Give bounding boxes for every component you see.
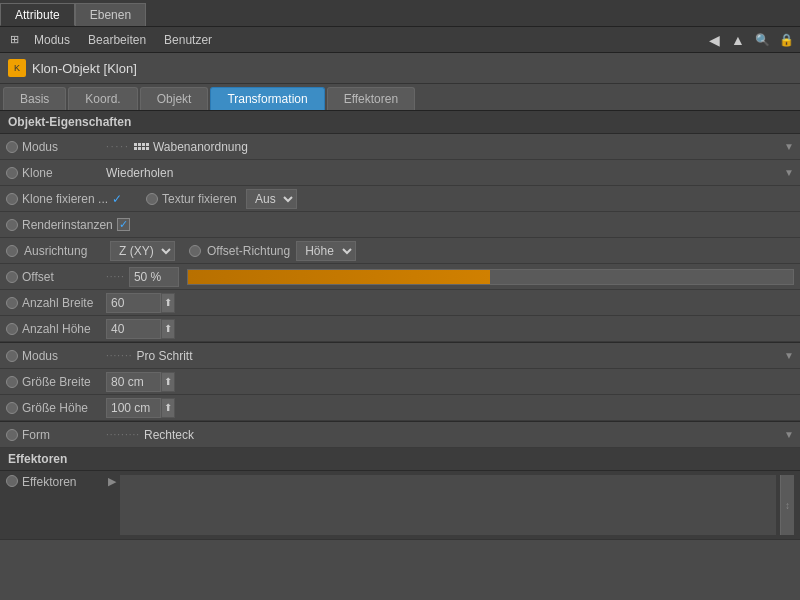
klone-row: Klone Wiederholen ▼ (0, 160, 800, 186)
tab-ebenen[interactable]: Ebenen (75, 3, 146, 26)
groesse-hoehe-spin-btn[interactable]: ⬆ (161, 398, 175, 418)
anzahl-breite-input[interactable] (106, 293, 161, 313)
klone-fixieren-row: Klone fixieren ... ✓ Textur fixieren Aus (0, 186, 800, 212)
form-value: Rechteck (144, 428, 194, 442)
effektoren-header: Effektoren (0, 448, 800, 471)
modus2-dots: ······· (106, 350, 132, 361)
effektoren-drop-area (120, 475, 776, 535)
effektoren-arrow[interactable]: ▶ (108, 475, 116, 488)
property-tabs: Basis Koord. Objekt Transformation Effek… (0, 84, 800, 111)
modus-dropdown-arrow[interactable]: ▼ (784, 141, 794, 152)
offset-label: Offset (22, 270, 102, 284)
offset-richtung-label: Offset-Richtung (207, 244, 290, 258)
anzahl-hoehe-input[interactable] (106, 319, 161, 339)
modus2-value: Pro Schritt (136, 349, 192, 363)
anzahl-hoehe-spin-btn[interactable]: ⬆ (161, 319, 175, 339)
klone-fixieren-indicator[interactable] (6, 193, 18, 205)
modus2-label: Modus (22, 349, 102, 363)
search-icon[interactable]: 🔍 (752, 30, 772, 50)
groesse-breite-spin-btn[interactable]: ⬆ (161, 372, 175, 392)
effektoren-section: Effektoren Effektoren ▶ ↕ (0, 448, 800, 540)
renderinstanzen-row: Renderinstanzen (0, 212, 800, 238)
groesse-breite-indicator[interactable] (6, 376, 18, 388)
groesse-breite-row: Größe Breite ⬆ (0, 369, 800, 395)
offset-indicator[interactable] (6, 271, 18, 283)
anzahl-hoehe-label: Anzahl Höhe (22, 322, 102, 336)
effektoren-row: Effektoren ▶ ↕ (0, 471, 800, 540)
anzahl-hoehe-spin: ⬆ (106, 319, 175, 339)
groesse-hoehe-input[interactable] (106, 398, 161, 418)
modus2-row: Modus ······· Pro Schritt ▼ (0, 343, 800, 369)
back-icon[interactable]: ◀ (704, 30, 724, 50)
lock-icon[interactable]: 🔒 (776, 30, 796, 50)
klone-fixieren-check[interactable]: ✓ (112, 192, 122, 206)
wabenanordnung-grid-icon (134, 143, 149, 150)
renderinstanzen-indicator[interactable] (6, 219, 18, 231)
properties-area: Modus ····· Wabenanordnung ▼ Klone Wiede… (0, 134, 800, 448)
objekt-eigenschaften-header: Objekt-Eigenschaften (0, 111, 800, 134)
menubar-right: ◀ ▲ 🔍 🔒 (704, 30, 796, 50)
modus-value-container[interactable]: Wabenanordnung (134, 140, 248, 154)
modus2-indicator[interactable] (6, 350, 18, 362)
textur-fixieren-indicator[interactable] (146, 193, 158, 205)
offset-richtung-select[interactable]: Höhe (296, 241, 356, 261)
modus2-dropdown-arrow[interactable]: ▼ (784, 350, 794, 361)
modus-label: Modus (22, 140, 102, 154)
offset-richtung-indicator[interactable] (189, 245, 201, 257)
tab-basis[interactable]: Basis (3, 87, 66, 110)
textur-fixieren-select[interactable]: Aus (246, 189, 297, 209)
menu-modus[interactable]: Modus (26, 31, 78, 49)
ausrichtung-label: Ausrichtung (24, 244, 104, 258)
anzahl-breite-row: Anzahl Breite ⬆ (0, 290, 800, 316)
effektoren-row-indicator[interactable] (6, 475, 18, 487)
grid-menu-icon[interactable]: ⊞ (4, 30, 24, 50)
object-title-bar: K Klon-Objekt [Klon] (0, 53, 800, 84)
renderinstanzen-checkbox[interactable] (117, 218, 130, 231)
form-dropdown-arrow[interactable]: ▼ (784, 429, 794, 440)
renderinstanzen-label: Renderinstanzen (22, 218, 113, 232)
form-dots: ········· (106, 429, 140, 440)
offset-row: Offset ····· (0, 264, 800, 290)
ausrichtung-indicator[interactable] (6, 245, 18, 257)
offset-slider-fill (188, 270, 491, 284)
tab-objekt[interactable]: Objekt (140, 87, 209, 110)
tab-effektoren-tab[interactable]: Effektoren (327, 87, 415, 110)
groesse-hoehe-indicator[interactable] (6, 402, 18, 414)
ausrichtung-select[interactable]: Z (XY) (110, 241, 175, 261)
tab-koord[interactable]: Koord. (68, 87, 137, 110)
tab-transformation[interactable]: Transformation (210, 87, 324, 110)
tab-attribute[interactable]: Attribute (0, 3, 75, 26)
effektoren-scroll[interactable]: ↕ (780, 475, 794, 535)
klone-indicator[interactable] (6, 167, 18, 179)
menu-bearbeiten[interactable]: Bearbeiten (80, 31, 154, 49)
effektoren-row-label: Effektoren (22, 475, 102, 489)
anzahl-breite-indicator[interactable] (6, 297, 18, 309)
groesse-hoehe-row: Größe Höhe ⬆ (0, 395, 800, 421)
menu-benutzer[interactable]: Benutzer (156, 31, 220, 49)
offset-dots: ····· (106, 271, 125, 282)
klone-value: Wiederholen (106, 166, 173, 180)
textur-fixieren-label: Textur fixieren (162, 192, 242, 206)
groesse-hoehe-label: Größe Höhe (22, 401, 102, 415)
anzahl-breite-spin-btn[interactable]: ⬆ (161, 293, 175, 313)
form-label: Form (22, 428, 102, 442)
object-label: Klon-Objekt [Klon] (32, 61, 137, 76)
offset-input[interactable] (129, 267, 179, 287)
modus-value: Wabenanordnung (153, 140, 248, 154)
object-icon: K (8, 59, 26, 77)
groesse-hoehe-spin: ⬆ (106, 398, 175, 418)
menubar: ⊞ Modus Bearbeiten Benutzer ◀ ▲ 🔍 🔒 (0, 27, 800, 53)
form-indicator[interactable] (6, 429, 18, 441)
klone-dropdown-arrow[interactable]: ▼ (784, 167, 794, 178)
anzahl-hoehe-indicator[interactable] (6, 323, 18, 335)
modus-dots: ····· (106, 141, 130, 152)
top-tab-bar: Attribute Ebenen (0, 0, 800, 27)
form-row: Form ········· Rechteck ▼ (0, 422, 800, 448)
offset-slider[interactable] (187, 269, 794, 285)
klone-fixieren-label: Klone fixieren ... (22, 192, 108, 206)
modus-indicator[interactable] (6, 141, 18, 153)
ausrichtung-row: Ausrichtung Z (XY) Offset-Richtung Höhe (0, 238, 800, 264)
modus-row: Modus ····· Wabenanordnung ▼ (0, 134, 800, 160)
groesse-breite-input[interactable] (106, 372, 161, 392)
up-icon[interactable]: ▲ (728, 30, 748, 50)
